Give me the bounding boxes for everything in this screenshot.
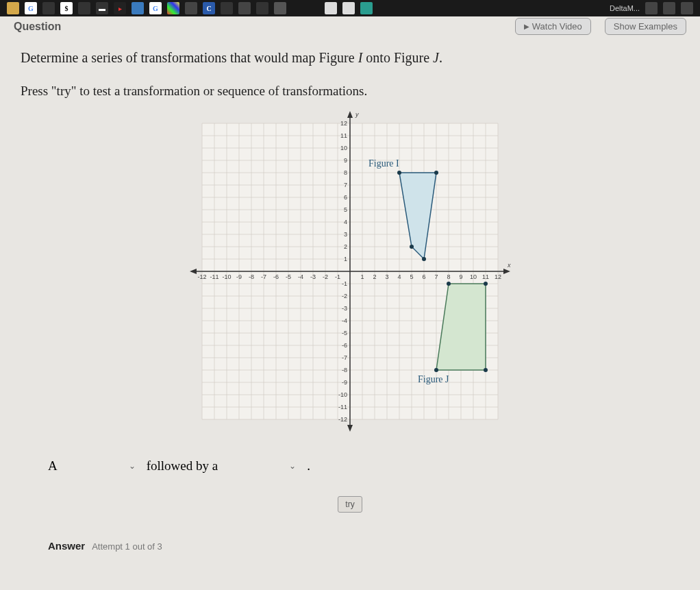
- tray-icon-2[interactable]: [663, 2, 675, 14]
- answer-row: Answer Attempt 1 out of 3: [21, 533, 679, 558]
- google-icon-2[interactable]: G: [149, 2, 162, 14]
- taskbar: G $ ▬ ▸ G C DeltaM...: [0, 0, 700, 16]
- svg-point-115: [484, 282, 488, 286]
- tray-icon-3[interactable]: [681, 2, 693, 14]
- svg-text:-9: -9: [236, 273, 242, 280]
- taskbar-icon-15[interactable]: [256, 2, 268, 14]
- svg-text:-6: -6: [273, 273, 279, 280]
- coordinate-graph: y x -12-11-10-9-8-7-6-5-4-3-2-1123456789…: [186, 107, 514, 436]
- svg-text:7: 7: [344, 182, 347, 188]
- svg-text:6: 6: [344, 194, 347, 201]
- prompt-mid: onto Figure: [362, 50, 433, 65]
- svg-text:-1: -1: [335, 273, 340, 280]
- svg-text:3: 3: [385, 273, 388, 280]
- svg-text:-11: -11: [338, 404, 347, 410]
- svg-text:10: 10: [340, 145, 347, 151]
- svg-point-111: [410, 245, 414, 249]
- taskbar-icon-16[interactable]: [274, 2, 286, 14]
- svg-text:-9: -9: [342, 379, 347, 386]
- svg-text:-7: -7: [342, 354, 347, 361]
- svg-text:1: 1: [344, 256, 347, 262]
- svg-text:-5: -5: [286, 273, 291, 280]
- taskbar-icon-17[interactable]: [325, 2, 337, 14]
- transformation-select-2[interactable]: ⌄: [225, 456, 300, 476]
- prompt-post: .: [439, 50, 442, 65]
- taskbar-icon-5[interactable]: [78, 2, 90, 14]
- svg-text:-12: -12: [197, 273, 206, 280]
- svg-text:-12: -12: [338, 416, 347, 423]
- delta-label: DeltaM...: [610, 4, 640, 12]
- tray-icon-1[interactable]: [645, 2, 658, 14]
- svg-text:2: 2: [373, 273, 376, 280]
- svg-text:-2: -2: [342, 293, 347, 299]
- google-icon[interactable]: G: [25, 2, 37, 14]
- svg-marker-53: [347, 111, 353, 118]
- taskbar-icon-11[interactable]: [185, 2, 197, 14]
- svg-text:Figure I: Figure I: [368, 158, 399, 169]
- svg-text:6: 6: [422, 273, 425, 280]
- taskbar-icon-7[interactable]: ▸: [114, 2, 126, 14]
- try-button[interactable]: try: [338, 496, 362, 513]
- svg-point-110: [422, 257, 426, 261]
- taskbar-icon-8[interactable]: [132, 2, 144, 14]
- taskbar-icon-13[interactable]: [221, 2, 233, 14]
- svg-text:-3: -3: [342, 305, 347, 312]
- svg-point-117: [434, 368, 438, 372]
- svg-text:10: 10: [470, 273, 477, 280]
- svg-text:11: 11: [482, 273, 489, 280]
- svg-text:-10: -10: [338, 391, 347, 398]
- svg-text:-6: -6: [342, 342, 347, 349]
- svg-text:4: 4: [344, 219, 347, 225]
- svg-text:2: 2: [344, 243, 347, 250]
- svg-text:5: 5: [410, 273, 413, 280]
- svg-text:-4: -4: [342, 317, 347, 324]
- sentence-followed: followed by a: [147, 458, 218, 474]
- svg-point-114: [447, 282, 451, 286]
- svg-text:9: 9: [459, 273, 462, 280]
- svg-text:12: 12: [340, 120, 347, 127]
- prompt-pre: Determine a series of transformations th…: [21, 50, 358, 65]
- show-examples-label: Show Examples: [614, 21, 677, 32]
- taskbar-icon-14[interactable]: [238, 2, 251, 14]
- taskbar-icon-18[interactable]: [342, 2, 355, 14]
- svg-text:-4: -4: [298, 273, 303, 280]
- svg-text:5: 5: [344, 206, 347, 213]
- show-examples-button[interactable]: Show Examples: [605, 18, 686, 35]
- svg-text:4: 4: [397, 273, 401, 280]
- c-icon[interactable]: C: [203, 2, 215, 14]
- svg-text:7: 7: [434, 273, 438, 280]
- dollar-icon[interactable]: $: [60, 2, 73, 14]
- chevron-down-icon: ⌄: [129, 461, 136, 471]
- svg-text:3: 3: [344, 231, 347, 238]
- watch-video-label: Watch Video: [532, 21, 582, 32]
- svg-marker-54: [347, 425, 353, 432]
- discord-icon[interactable]: [42, 2, 55, 14]
- prompt-text: Determine a series of transformations th…: [21, 50, 679, 66]
- taskbar-icon-19[interactable]: [360, 2, 373, 14]
- svg-text:-10: -10: [222, 273, 231, 280]
- taskbar-app-icon[interactable]: [7, 2, 19, 14]
- svg-text:-5: -5: [342, 330, 347, 336]
- svg-text:-2: -2: [323, 273, 328, 280]
- watch-video-button[interactable]: ▶ Watch Video: [515, 18, 591, 35]
- svg-text:-7: -7: [261, 273, 266, 280]
- svg-text:-8: -8: [249, 273, 254, 280]
- svg-text:y: y: [355, 111, 359, 118]
- svg-text:-11: -11: [210, 273, 218, 280]
- svg-text:Figure J: Figure J: [418, 374, 449, 384]
- svg-point-109: [434, 171, 438, 175]
- svg-text:x: x: [507, 262, 511, 269]
- svg-text:8: 8: [447, 273, 450, 280]
- taskbar-icon-6[interactable]: ▬: [96, 2, 108, 14]
- transformation-sentence: A ⌄ followed by a ⌄ .: [21, 450, 679, 482]
- svg-marker-56: [190, 269, 197, 274]
- svg-text:-8: -8: [342, 367, 347, 373]
- figure-j-ref: J: [433, 50, 439, 65]
- svg-marker-55: [503, 269, 510, 274]
- transformation-select-1[interactable]: ⌄: [64, 456, 140, 476]
- question-label: Question: [14, 21, 61, 33]
- svg-text:1: 1: [360, 273, 364, 280]
- svg-text:-1: -1: [342, 280, 347, 287]
- ms-icon[interactable]: [167, 2, 179, 14]
- svg-point-108: [397, 171, 401, 175]
